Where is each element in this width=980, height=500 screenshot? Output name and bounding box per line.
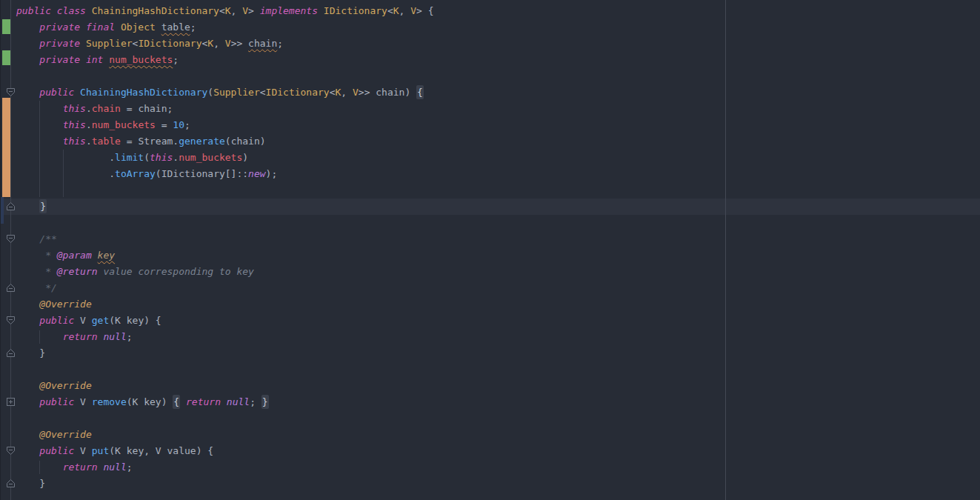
code-token[interactable]: . (86, 119, 92, 130)
code-line[interactable]: private Supplier<IDictionary<K, V>> chai… (16, 36, 434, 52)
code-token[interactable]: num_buckets (109, 54, 173, 65)
code-token[interactable]: (IDictionary[]:: (156, 168, 248, 179)
code-token[interactable]: V (80, 396, 92, 407)
code-token[interactable]: @param (57, 250, 98, 261)
change-marker-stripe[interactable] (1, 197, 4, 224)
code-token[interactable]: chain (92, 103, 121, 114)
code-token[interactable]: . (86, 103, 92, 114)
code-line[interactable]: } (16, 199, 434, 215)
code-token[interactable]: K (207, 38, 213, 49)
code-token[interactable]: public (39, 396, 80, 407)
code-line[interactable]: */ (16, 280, 434, 296)
code-token[interactable]: * (16, 266, 57, 277)
code-token[interactable]: generate (179, 136, 225, 147)
code-line[interactable]: public V put(K key, V value) { (16, 443, 434, 459)
code-token[interactable]: return (63, 331, 104, 342)
code-line[interactable]: this.chain = chain; (16, 101, 434, 117)
code-token[interactable]: ); (266, 168, 278, 179)
code-token[interactable]: (K key) (127, 396, 173, 407)
code-line[interactable] (16, 410, 434, 427)
code-line[interactable] (16, 215, 434, 231)
code-line[interactable]: .toArray(IDictionary[]::new); (16, 166, 434, 182)
code-token[interactable]: ; (173, 54, 179, 65)
code-line[interactable]: public ChainingHashDictionary(Supplier<I… (16, 84, 434, 101)
code-token[interactable] (16, 21, 39, 33)
code-token[interactable]: ChainingHashDictionary (92, 5, 219, 16)
code-lines[interactable]: public class ChainingHashDictionary<K, V… (16, 3, 434, 500)
fold-collapse-icon[interactable] (6, 87, 16, 97)
code-token[interactable]: < (260, 87, 266, 98)
code-token[interactable]: key (98, 250, 115, 261)
code-line[interactable]: this.num_buckets = 10; (16, 117, 434, 133)
code-token[interactable]: put (92, 445, 109, 456)
code-token[interactable] (180, 396, 186, 407)
code-token[interactable]: , (213, 38, 225, 49)
fold-collapse-icon[interactable] (6, 446, 16, 456)
code-line[interactable]: * @return value corresponding to key (16, 264, 434, 280)
code-token[interactable]: ; (190, 21, 196, 33)
code-token[interactable]: V (80, 445, 92, 456)
code-token[interactable]: ; (277, 38, 283, 49)
code-token[interactable] (16, 103, 63, 114)
code-token[interactable]: V (80, 315, 92, 326)
code-token[interactable]: V (353, 87, 359, 98)
code-token[interactable]: num_buckets (92, 119, 156, 130)
code-token[interactable] (16, 38, 39, 49)
code-token[interactable]: >> (231, 38, 248, 49)
code-token[interactable]: . (173, 152, 179, 163)
code-token[interactable]: this (63, 119, 86, 130)
code-line[interactable]: } (16, 345, 434, 361)
code-token[interactable]: = (156, 119, 173, 130)
code-line[interactable] (16, 68, 434, 84)
code-token[interactable]: public class (16, 5, 92, 16)
code-token[interactable]: public (39, 445, 80, 456)
code-token[interactable]: implements (260, 5, 324, 16)
change-marker-added[interactable] (2, 19, 10, 34)
fold-collapse-icon[interactable] (6, 316, 16, 325)
code-line[interactable]: @Override (16, 427, 434, 443)
code-line[interactable]: @Override (16, 378, 434, 394)
code-token[interactable]: return (186, 396, 227, 407)
code-token[interactable]: limit (115, 152, 144, 163)
code-token[interactable]: @Override (39, 380, 91, 391)
code-line[interactable] (16, 492, 434, 500)
code-token[interactable]: < (387, 5, 393, 16)
code-line[interactable]: this.table = Stream.generate(chain) (16, 133, 434, 150)
code-token[interactable]: null (227, 396, 250, 407)
code-token[interactable] (16, 445, 39, 456)
code-token[interactable]: ; (127, 331, 133, 342)
code-token[interactable]: return (63, 461, 104, 473)
code-token[interactable]: num_buckets (179, 152, 242, 163)
code-line[interactable]: public V get(K key) { (16, 313, 434, 329)
code-token[interactable]: } (16, 347, 45, 359)
fold-expand-icon[interactable] (6, 397, 16, 407)
code-token[interactable]: public (39, 315, 80, 326)
code-token[interactable]: ChainingHashDictionary (80, 87, 207, 98)
code-token[interactable]: } (39, 199, 47, 213)
code-token[interactable]: K (393, 5, 399, 16)
code-token[interactable]: Object (121, 21, 156, 33)
code-token[interactable]: (K key, V value) { (109, 445, 213, 456)
code-token[interactable]: IDictionary (138, 38, 201, 49)
code-token[interactable] (16, 331, 63, 342)
code-token[interactable] (16, 461, 63, 473)
code-token[interactable]: new (248, 168, 265, 179)
code-token[interactable] (16, 119, 63, 130)
code-line[interactable]: return null; (16, 329, 434, 345)
code-line[interactable]: private final Object table; (16, 19, 434, 36)
code-token[interactable]: this (150, 152, 173, 163)
code-token[interactable]: > { (416, 5, 433, 16)
code-token[interactable]: private (39, 38, 86, 49)
code-token[interactable]: this (63, 103, 86, 114)
fold-collapse-end-icon[interactable] (6, 348, 16, 358)
code-token[interactable]: ( (207, 87, 213, 98)
code-token[interactable]: . (86, 136, 92, 147)
code-token[interactable] (156, 21, 161, 33)
code-token[interactable]: { (173, 395, 180, 409)
code-token[interactable]: (chain) (225, 136, 266, 147)
code-token[interactable]: ; (127, 461, 133, 473)
code-token[interactable] (16, 54, 39, 65)
code-token[interactable] (16, 315, 39, 326)
fold-collapse-end-icon[interactable] (6, 283, 16, 293)
code-line[interactable]: return null; (16, 459, 434, 476)
